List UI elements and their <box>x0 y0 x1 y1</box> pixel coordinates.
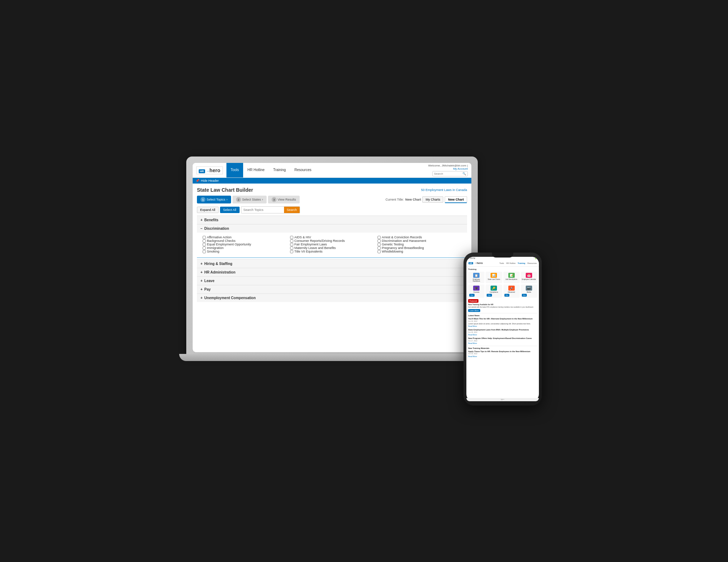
checkbox-genetic-testing-input[interactable] <box>378 243 381 246</box>
step-1-arrow: › <box>226 198 228 201</box>
phone-card-advanced[interactable]: 🚀 Advanced Go <box>503 285 520 298</box>
phone-card-label-job-desc: Job Descriptions <box>504 279 519 280</box>
phone-media-btn[interactable]: Go <box>522 294 527 297</box>
logo-hero: →hero <box>206 168 220 173</box>
checkbox-arrest-label: Arrest & Conviction Records <box>382 235 422 239</box>
search-input[interactable] <box>434 172 462 175</box>
checkbox-title-vii-input[interactable] <box>290 250 293 253</box>
step-1-label: Select Topics <box>207 198 225 201</box>
phone-news-section: Latest News You'll Want This for HR: Alt… <box>468 314 537 345</box>
checkbox-affirmative-action: Affirmative Action <box>203 235 287 239</box>
checkbox-discrimination-harassment-input[interactable] <box>378 239 381 243</box>
discrimination-checkbox-grid: Affirmative Action Background Checks <box>203 235 461 253</box>
phone-card-grid-1: 📋 Employee Handbook 📊 State Law Charts 📝… <box>468 272 537 283</box>
screen-content: HR →hero Tools HR Hotline Training Resou… <box>193 163 471 352</box>
phone-card-courses[interactable]: 🎓 Courses Go <box>468 285 485 298</box>
laptop-base <box>179 354 485 361</box>
laptop: HR →hero Tools HR Hotline Training Resou… <box>186 157 478 391</box>
nav-tab-training[interactable]: Training <box>269 163 290 177</box>
col2: AIDS & HIV Consumer Reports/Driving Reco… <box>290 235 374 253</box>
checkbox-maternity-leave-label: Maternity Leave and Benefits <box>294 246 336 250</box>
checkbox-background-checks-input[interactable] <box>203 239 206 243</box>
my-account-link[interactable]: My Account <box>453 167 468 170</box>
phone-card-label-handbook: Employee Handbook <box>469 279 483 282</box>
hr-admin-section: + HR Administration <box>197 268 467 276</box>
step-1-button[interactable]: 1 Select Topics › <box>197 196 231 203</box>
phone-card-icon-state-law: 📊 <box>491 273 497 278</box>
pay-section: + Pay <box>197 285 467 293</box>
phone-card-icon-calendar: 📅 <box>526 273 532 278</box>
expand-all-btn[interactable]: Expand All <box>197 207 219 213</box>
checkbox-whistleblowing-input[interactable] <box>378 250 381 253</box>
unemployment-section: + Unemployment Compensation <box>197 293 467 302</box>
hr-admin-label: HR Administration <box>204 270 235 274</box>
phone-card-state-law[interactable]: 📊 State Law Charts <box>486 272 502 283</box>
logo-hr: HR <box>199 169 205 173</box>
nav-tab-resources[interactable]: Resources <box>290 163 316 177</box>
employment-laws-link[interactable]: 50 Employment Laws in Canada <box>421 188 467 192</box>
phone-news-date-3: Oct 17, 2022 <box>468 340 537 342</box>
unemployment-header[interactable]: + Unemployment Compensation <box>197 294 467 302</box>
checkbox-smoking-input[interactable] <box>203 250 206 253</box>
phone-card-compliance[interactable]: 🔑 Compliance Go <box>486 285 502 298</box>
phone-card-media[interactable]: 📷 Media Go <box>521 285 537 298</box>
search-icon[interactable]: 🔍 <box>462 172 466 175</box>
checkbox-affirmative-action-input[interactable] <box>203 236 206 239</box>
pay-header[interactable]: + Pay <box>197 285 467 293</box>
discrimination-body: Affirmative Action Background Checks <box>197 233 467 256</box>
checkbox-arrest-input[interactable] <box>378 236 381 239</box>
search-topics-btn[interactable]: Search <box>284 207 300 213</box>
my-charts-btn[interactable]: My Charts <box>422 196 443 203</box>
checkbox-fair-employment-input[interactable] <box>290 243 293 246</box>
checkbox-immigration-input[interactable] <box>203 246 206 250</box>
leave-header[interactable]: + Leave <box>197 277 467 285</box>
checkbox-aids-hiv-input[interactable] <box>290 236 293 239</box>
phone-nav-hr-hotline[interactable]: HR Hotline <box>506 262 516 264</box>
phone-training-read-more-1[interactable]: Read More <box>468 355 477 357</box>
phone-nav-tools[interactable]: Tools <box>499 262 504 264</box>
select-all-btn[interactable]: Select All <box>220 207 240 213</box>
step-2-button[interactable]: 2 Select States › <box>232 196 267 203</box>
phone-card-label-advanced: Advanced <box>504 291 519 293</box>
phone-nav-resources[interactable]: Resources <box>528 262 537 264</box>
step-2-arrow: › <box>262 198 263 201</box>
checkbox-equal-employment-label: Equal Employment Opportunity <box>207 243 251 246</box>
phone-card-handbook[interactable]: 📋 Employee Handbook <box>468 272 485 283</box>
search-topics-field[interactable] <box>241 207 284 213</box>
phone-footer-brand: blr™ <box>501 399 504 401</box>
phone-news-item-3: New Program Offers Help: Employment-Base… <box>468 337 537 345</box>
nav-tab-hr-hotline[interactable]: HR Hotline <box>243 163 269 177</box>
step-3-button[interactable]: 3 View Results <box>268 196 300 203</box>
discrimination-header[interactable]: − Discrimination <box>197 224 467 233</box>
hiring-header[interactable]: + Hiring & Staffing <box>197 260 467 268</box>
phone-compliance-btn[interactable]: Go <box>487 294 492 297</box>
phone-featured-btn[interactable]: Learn More <box>468 309 480 312</box>
phone-card-calendar[interactable]: 📅 Employee Calendar <box>521 272 537 283</box>
page-content: State Law Chart Builder 50 Employment La… <box>193 184 471 306</box>
checkbox-immigration: Immigration <box>203 246 287 250</box>
step-3-label: View Results <box>278 198 296 201</box>
phone-news-read-more-3[interactable]: Read More <box>468 342 477 344</box>
phone-news-read-more-2[interactable]: Read More <box>468 334 477 336</box>
phone-courses-btn[interactable]: Go <box>469 294 475 297</box>
checkbox-equal-employment-input[interactable] <box>203 243 206 246</box>
hr-admin-header[interactable]: + HR Administration <box>197 268 467 276</box>
checkbox-consumer-reports-input[interactable] <box>290 239 293 243</box>
new-chart-btn[interactable]: New Chart <box>445 196 467 203</box>
checkbox-smoking-label: Smoking <box>207 250 219 253</box>
phone-card-icon-advanced: 🚀 <box>508 286 515 291</box>
screen-bezel: HR →hero Tools HR Hotline Training Resou… <box>193 163 471 352</box>
benefits-header[interactable]: + Benefits <box>197 216 467 224</box>
phone-nav-links: Tools HR Hotline Training Resources <box>499 262 537 264</box>
phone-news-headline-2: State Employment Laws from BNA: Multiple… <box>468 329 537 332</box>
phone-content: 1:30 PM 🔋 HR →hero Tools HR Hotline Trai… <box>466 257 539 401</box>
hide-header-bar[interactable]: 📌 Hide Header <box>193 178 471 184</box>
nav-tab-tools[interactable]: Tools <box>226 163 243 177</box>
phone-card-job-desc[interactable]: 📝 Job Descriptions <box>503 272 520 283</box>
checkbox-pregnancy-input[interactable] <box>378 246 381 250</box>
phone-advanced-btn[interactable]: Go <box>504 294 510 297</box>
discrimination-separator <box>197 258 467 258</box>
phone-nav-training[interactable]: Training <box>518 262 525 264</box>
checkbox-maternity-leave-input[interactable] <box>290 246 293 250</box>
phone-news-read-more-1[interactable]: Read More <box>468 325 477 327</box>
